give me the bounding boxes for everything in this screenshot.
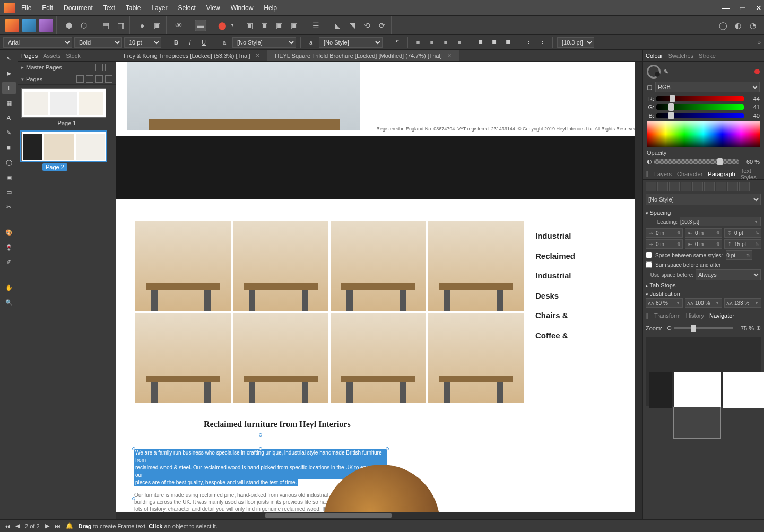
menu-table[interactable]: Table <box>126 4 141 12</box>
left-indent-field[interactable]: ⇥⇅ <box>646 228 683 238</box>
horizontal-scrollbar[interactable] <box>116 512 635 519</box>
prev-page-icon[interactable]: ◀ <box>15 522 20 529</box>
preflight-icon[interactable]: ⬡ <box>78 20 90 31</box>
next-page-icon[interactable]: ▶ <box>45 522 49 529</box>
blue-slider[interactable] <box>656 113 744 118</box>
table-tool-icon[interactable]: ▦ <box>2 97 16 109</box>
rectangle-tool-icon[interactable]: ■ <box>2 141 16 154</box>
data-merge-icon[interactable]: ⬢ <box>63 20 75 31</box>
overflow-icon[interactable]: » <box>758 39 761 46</box>
tab-colour[interactable]: Colour <box>646 53 663 59</box>
picture-frame-tool-icon[interactable]: ▭ <box>2 186 16 198</box>
last-line-field[interactable]: ↧⇅ <box>724 228 761 238</box>
colour-mode-select[interactable]: RGB <box>655 82 760 92</box>
tab-stops-section[interactable]: Tab Stops <box>646 282 761 289</box>
lock-children-icon[interactable]: ◐ <box>732 20 744 31</box>
move-tool-icon[interactable]: ↖ <box>2 52 16 65</box>
tab-swatches[interactable]: Swatches <box>668 53 693 59</box>
resize-handle-icon[interactable] <box>132 447 135 450</box>
tab-transform[interactable]: Transform <box>654 312 681 319</box>
account-icon[interactable]: ◔ <box>747 20 759 31</box>
end-indent-field[interactable]: ⇤⇅ <box>685 239 722 249</box>
space-after-field[interactable]: ↥⇅ <box>724 239 761 249</box>
font-size-select[interactable]: 10 pt <box>124 37 161 48</box>
pages-delete-icon[interactable] <box>105 75 112 83</box>
p-align-away-spine-icon[interactable] <box>739 182 750 191</box>
tab-paragraph[interactable]: Paragraph <box>708 171 735 177</box>
move-back-icon[interactable]: ▣ <box>244 20 255 31</box>
clip-canvas-icon[interactable]: ▬ <box>195 20 206 31</box>
resize-handle-icon[interactable] <box>386 447 389 450</box>
justify-right-icon[interactable]: ≣ <box>502 37 514 48</box>
navigator-viewport[interactable] <box>673 407 721 439</box>
p-align-center-icon[interactable] <box>657 182 668 191</box>
master-pages-header[interactable]: ▸Master Pages <box>18 62 116 73</box>
menu-text[interactable]: Text <box>103 4 115 12</box>
space-same-styles-checkbox[interactable] <box>646 252 652 258</box>
page-1-thumbnail[interactable] <box>21 88 106 118</box>
italic-button[interactable]: I <box>184 37 196 48</box>
window-minimize-icon[interactable]: — <box>722 4 730 12</box>
tab-pages[interactable]: Pages <box>21 53 38 59</box>
baseline-grid-icon[interactable]: ▤ <box>100 20 111 31</box>
add-master-icon[interactable] <box>96 64 103 71</box>
align-right-icon[interactable]: ≡ <box>440 37 452 48</box>
notification-icon[interactable]: 🔔 <box>66 522 73 529</box>
p-justify-left-icon[interactable] <box>681 182 691 191</box>
window-maximize-icon[interactable]: ▭ <box>739 4 746 12</box>
pin-icon[interactable]: ● <box>136 20 148 31</box>
menu-file[interactable]: File <box>21 4 31 12</box>
eyedropper-icon[interactable]: ✎ <box>664 68 668 75</box>
para-style-select[interactable]: [No Style] <box>319 37 383 48</box>
snap-dropdown-icon[interactable]: ▾ <box>231 23 233 28</box>
justification-section[interactable]: Justification <box>646 291 761 297</box>
menu-layer[interactable]: Layer <box>151 4 167 12</box>
transparency-tool-icon[interactable]: 🍷 <box>2 241 16 254</box>
number-list-icon[interactable]: ⋮ <box>536 37 548 48</box>
menu-edit[interactable]: Edit <box>42 4 53 12</box>
colour-spectrum[interactable] <box>647 121 760 147</box>
right-indent-field[interactable]: ⇤⇅ <box>685 228 722 238</box>
node-tool-icon[interactable]: ▶ <box>2 67 16 80</box>
stroke-fill-selector-icon[interactable] <box>647 65 661 79</box>
align-center-icon[interactable]: ≡ <box>426 37 438 48</box>
flip-h-icon[interactable]: ◣ <box>332 20 343 31</box>
tab-layers[interactable]: Layers <box>654 171 672 177</box>
align-left-icon[interactable]: ≡ <box>412 37 424 48</box>
float-icon[interactable]: ▣ <box>151 20 163 31</box>
zoom-tool-icon[interactable]: 🔍 <box>2 296 16 309</box>
red-slider[interactable] <box>656 96 744 101</box>
tab-navigator[interactable]: Navigator <box>709 312 734 319</box>
persona-designer-icon[interactable] <box>22 19 36 32</box>
zoom-slider[interactable] <box>674 327 733 329</box>
crop-tool-icon[interactable]: ✂ <box>2 200 16 213</box>
blue-value[interactable]: 40 <box>746 112 760 119</box>
document-tab-2[interactable]: HEYL Square Trifold Brochure [Locked] [M… <box>267 50 459 61</box>
opacity-slider[interactable] <box>654 159 739 164</box>
tab-assets[interactable]: Assets <box>43 53 60 59</box>
persona-publisher-icon[interactable] <box>5 19 19 32</box>
flip-v-icon[interactable]: ◥ <box>346 20 358 31</box>
bullet-list-icon[interactable]: ⋮ <box>523 37 534 48</box>
tab-stock[interactable]: Stock <box>66 53 81 59</box>
pages-add-icon[interactable] <box>96 75 103 83</box>
underline-button[interactable]: U <box>198 37 210 48</box>
panel-menu-icon[interactable]: ≡ <box>109 53 112 59</box>
selected-text-line[interactable]: We are a family run business who special… <box>134 449 387 464</box>
vertical-scrollbar[interactable] <box>635 62 642 519</box>
fill-tool-icon[interactable]: 🎨 <box>2 226 16 239</box>
desired-spacing-field[interactable]: ᴀᴀ▾ <box>685 298 722 308</box>
tab-character[interactable]: Character <box>677 171 702 177</box>
navigator-preview[interactable] <box>646 337 761 406</box>
close-tab-2-icon[interactable]: × <box>447 51 452 59</box>
rotate-cw-icon[interactable]: ⟳ <box>376 20 388 31</box>
move-backward-icon[interactable]: ▣ <box>258 20 270 31</box>
delete-master-icon[interactable] <box>105 64 112 71</box>
zoom-value[interactable]: 75 % <box>735 325 754 332</box>
zoom-in-icon[interactable]: ⊕ <box>756 325 761 332</box>
p-justify-right-icon[interactable] <box>704 182 715 191</box>
view-tool-icon[interactable]: ✋ <box>2 281 16 294</box>
red-value[interactable]: 44 <box>746 95 760 102</box>
artistic-text-tool-icon[interactable]: A <box>2 111 16 124</box>
text-flow-in-icon[interactable] <box>132 497 135 500</box>
